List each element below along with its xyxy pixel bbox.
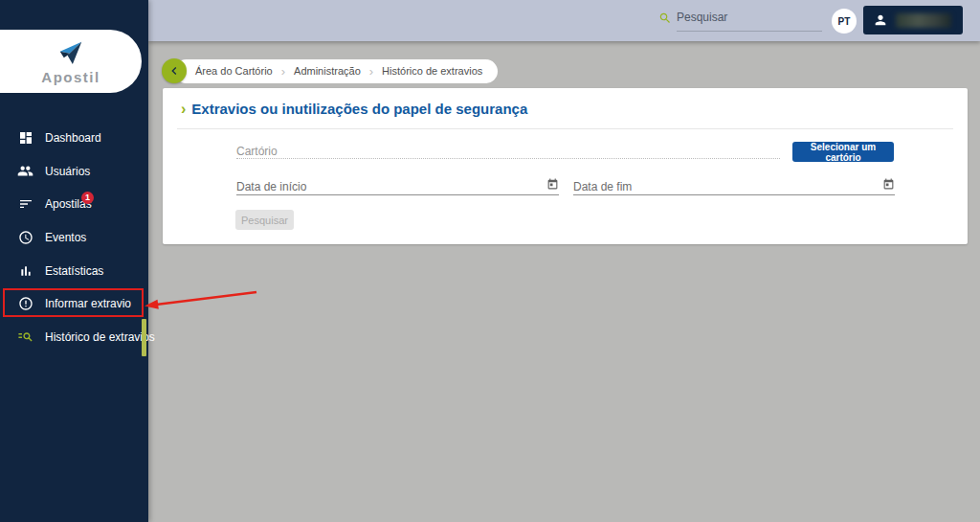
back-button[interactable]: [162, 58, 187, 83]
chevron-right-icon: ›: [369, 64, 373, 79]
clock-icon: [17, 230, 33, 246]
end-date-input[interactable]: [573, 180, 878, 193]
select-cartorio-button[interactable]: Selecionar um cartório: [792, 142, 894, 162]
topbar: PT: [148, 0, 980, 41]
brand-name: Apostil: [41, 69, 100, 85]
page-title: › Extravios ou inutilizações do papel de…: [181, 101, 527, 118]
sidebar-item-eventos[interactable]: Eventos: [0, 221, 148, 255]
sidebar-item-label: Estatísticas: [45, 264, 103, 278]
calendar-icon[interactable]: [882, 178, 895, 191]
chevron-right-icon: ›: [281, 64, 285, 79]
cartorio-label: Cartório: [236, 145, 278, 158]
sidebar-item-apostilas[interactable]: Apostilas 1: [0, 188, 148, 221]
breadcrumb: Área do Cartório › Administração › Histó…: [162, 58, 498, 83]
person-icon: [873, 12, 888, 28]
sidebar-nav: Dashboard Usuários Apostilas 1 Eventos E…: [0, 122, 148, 353]
language-button[interactable]: PT: [832, 9, 857, 34]
sidebar-item-label: Usuários: [45, 165, 90, 178]
brand-logo[interactable]: Apostil: [0, 30, 142, 93]
calendar-icon[interactable]: [546, 178, 559, 191]
extravios-card: › Extravios ou inutilizações do papel de…: [163, 88, 968, 244]
sidebar-item-usuarios[interactable]: Usuários: [0, 155, 148, 189]
breadcrumb-item[interactable]: Área do Cartório: [195, 65, 273, 77]
users-icon: [17, 163, 33, 179]
sort-lines-icon: [17, 196, 33, 213]
start-date-field[interactable]: [236, 177, 559, 195]
user-menu-button[interactable]: [863, 6, 963, 34]
error-circle-icon: [17, 296, 33, 312]
sidebar-item-label: Histórico de extravios: [45, 330, 155, 344]
dashboard-icon: [17, 130, 33, 147]
search-list-icon: [17, 329, 33, 345]
redacted-user-name: [896, 13, 951, 28]
notification-badge: 1: [81, 192, 94, 204]
cartorio-field[interactable]: Cartório: [236, 142, 780, 159]
bar-chart-icon: [17, 262, 33, 279]
sidebar-item-estatisticas[interactable]: Estatísticas: [0, 254, 148, 287]
page-title-text: Extravios ou inutilizações do papel de s…: [191, 101, 527, 117]
breadcrumb-item[interactable]: Histórico de extravios: [382, 65, 482, 77]
divider: [177, 128, 953, 129]
paper-plane-icon: [55, 38, 87, 67]
sidebar-item-historico-de-extravios[interactable]: Histórico de extravios: [0, 321, 148, 354]
sidebar-item-label: Dashboard: [45, 131, 101, 145]
sidebar-item-label: Informar extravio: [45, 297, 131, 310]
pesquisar-button[interactable]: Pesquisar: [235, 210, 294, 230]
search-input[interactable]: [677, 11, 822, 32]
search-icon: [658, 11, 672, 25]
sidebar-item-label: Eventos: [45, 231, 86, 244]
active-indicator: [142, 319, 146, 356]
sidebar-item-dashboard[interactable]: Dashboard: [0, 122, 148, 155]
sidebar: Apostil Dashboard Usuários Apostilas 1 E…: [0, 0, 148, 522]
breadcrumb-item[interactable]: Administração: [294, 65, 361, 77]
search-box[interactable]: [658, 11, 822, 32]
start-date-input[interactable]: [236, 180, 542, 193]
breadcrumb-pill: Área do Cartório › Administração › Histó…: [174, 59, 498, 83]
sidebar-item-informar-extravio[interactable]: Informar extravio: [0, 287, 148, 321]
end-date-field[interactable]: [573, 177, 895, 195]
app-root: { "brand": { "name": "Apostil" }, "topba…: [0, 0, 980, 522]
chevron-right-icon: ›: [181, 101, 186, 118]
main-content: Área do Cartório › Administração › Histó…: [148, 41, 980, 522]
chevron-left-icon: [167, 63, 182, 79]
